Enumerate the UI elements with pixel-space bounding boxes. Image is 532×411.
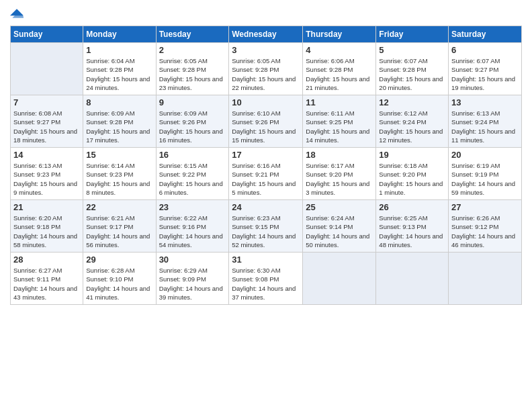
day-info: Sunrise: 6:04 AMSunset: 9:28 PMDaylight:… — [86, 56, 152, 92]
day-number: 19 — [379, 150, 445, 160]
day-info: Sunrise: 6:11 AMSunset: 9:25 PMDaylight:… — [306, 109, 373, 144]
day-number: 20 — [451, 150, 519, 160]
day-number: 2 — [159, 45, 226, 55]
day-number: 8 — [86, 97, 152, 107]
day-number: 6 — [451, 45, 519, 55]
day-info: Sunrise: 6:13 AMSunset: 9:24 PMDaylight:… — [451, 109, 519, 144]
day-number: 17 — [232, 150, 300, 160]
day-number: 1 — [86, 45, 152, 55]
day-number: 31 — [232, 255, 300, 265]
calendar-cell: 26Sunrise: 6:25 AMSunset: 9:13 PMDayligh… — [376, 200, 449, 253]
day-number: 27 — [451, 202, 519, 212]
calendar-cell: 31Sunrise: 6:30 AMSunset: 9:08 PMDayligh… — [229, 253, 303, 305]
day-number: 25 — [306, 202, 373, 212]
calendar-cell: 3Sunrise: 6:05 AMSunset: 9:28 PMDaylight… — [229, 43, 303, 95]
day-info: Sunrise: 6:21 AMSunset: 9:17 PMDaylight:… — [86, 214, 152, 249]
logo-icon — [10, 7, 24, 20]
logo — [10, 7, 25, 20]
calendar-cell: 5Sunrise: 6:07 AMSunset: 9:28 PMDaylight… — [376, 43, 449, 95]
day-info: Sunrise: 6:10 AMSunset: 9:26 PMDaylight:… — [232, 109, 300, 144]
weekday-header: Wednesday — [229, 26, 303, 43]
day-info: Sunrise: 6:09 AMSunset: 9:28 PMDaylight:… — [86, 109, 152, 144]
calendar-cell: 9Sunrise: 6:09 AMSunset: 9:26 PMDaylight… — [156, 95, 229, 148]
day-number: 13 — [451, 97, 519, 107]
day-info: Sunrise: 6:06 AMSunset: 9:28 PMDaylight:… — [306, 56, 373, 92]
day-number: 14 — [13, 150, 80, 160]
day-info: Sunrise: 6:07 AMSunset: 9:28 PMDaylight:… — [379, 56, 445, 92]
page-container: SundayMondayTuesdayWednesdayThursdayFrid… — [0, 0, 532, 312]
day-number: 29 — [86, 255, 152, 265]
calendar-cell: 1Sunrise: 6:04 AMSunset: 9:28 PMDaylight… — [83, 43, 156, 95]
day-number: 7 — [13, 97, 80, 107]
calendar-week-row: 21Sunrise: 6:20 AMSunset: 9:18 PMDayligh… — [11, 200, 522, 253]
calendar-cell: 12Sunrise: 6:12 AMSunset: 9:24 PMDayligh… — [376, 95, 449, 148]
calendar-cell: 22Sunrise: 6:21 AMSunset: 9:17 PMDayligh… — [83, 200, 156, 253]
day-info: Sunrise: 6:20 AMSunset: 9:18 PMDaylight:… — [13, 214, 80, 249]
day-number: 11 — [306, 97, 373, 107]
calendar-cell: 17Sunrise: 6:16 AMSunset: 9:21 PMDayligh… — [229, 148, 303, 200]
calendar-table: SundayMondayTuesdayWednesdayThursdayFrid… — [10, 26, 522, 305]
day-number: 16 — [159, 150, 226, 160]
calendar-week-row: 7Sunrise: 6:08 AMSunset: 9:27 PMDaylight… — [11, 95, 522, 148]
day-number: 4 — [306, 45, 373, 55]
day-number: 10 — [232, 97, 300, 107]
day-info: Sunrise: 6:12 AMSunset: 9:24 PMDaylight:… — [379, 109, 445, 144]
calendar-cell — [449, 253, 522, 305]
calendar-cell: 14Sunrise: 6:13 AMSunset: 9:23 PMDayligh… — [11, 148, 83, 200]
day-info: Sunrise: 6:18 AMSunset: 9:20 PMDaylight:… — [379, 161, 445, 197]
day-info: Sunrise: 6:26 AMSunset: 9:12 PMDaylight:… — [451, 214, 519, 249]
day-number: 9 — [159, 97, 226, 107]
calendar-cell: 4Sunrise: 6:06 AMSunset: 9:28 PMDaylight… — [303, 43, 376, 95]
calendar-cell: 20Sunrise: 6:19 AMSunset: 9:19 PMDayligh… — [449, 148, 522, 200]
day-info: Sunrise: 6:29 AMSunset: 9:09 PMDaylight:… — [159, 266, 226, 302]
day-number: 22 — [86, 202, 152, 212]
calendar-cell — [376, 253, 449, 305]
weekday-header: Monday — [83, 26, 156, 43]
weekday-header: Tuesday — [156, 26, 229, 43]
day-info: Sunrise: 6:25 AMSunset: 9:13 PMDaylight:… — [379, 214, 445, 249]
day-number: 30 — [159, 255, 226, 265]
calendar-cell: 29Sunrise: 6:28 AMSunset: 9:10 PMDayligh… — [83, 253, 156, 305]
calendar-cell: 30Sunrise: 6:29 AMSunset: 9:09 PMDayligh… — [156, 253, 229, 305]
day-info: Sunrise: 6:15 AMSunset: 9:22 PMDaylight:… — [159, 161, 226, 197]
day-info: Sunrise: 6:09 AMSunset: 9:26 PMDaylight:… — [159, 109, 226, 144]
calendar-cell: 28Sunrise: 6:27 AMSunset: 9:11 PMDayligh… — [11, 253, 83, 305]
day-info: Sunrise: 6:14 AMSunset: 9:23 PMDaylight:… — [86, 161, 152, 197]
day-info: Sunrise: 6:23 AMSunset: 9:15 PMDaylight:… — [232, 214, 300, 249]
day-number: 18 — [306, 150, 373, 160]
calendar-cell: 25Sunrise: 6:24 AMSunset: 9:14 PMDayligh… — [303, 200, 376, 253]
header — [10, 7, 522, 20]
weekday-header-row: SundayMondayTuesdayWednesdayThursdayFrid… — [11, 26, 522, 43]
calendar-cell: 15Sunrise: 6:14 AMSunset: 9:23 PMDayligh… — [83, 148, 156, 200]
weekday-header: Saturday — [449, 26, 522, 43]
calendar-cell: 24Sunrise: 6:23 AMSunset: 9:15 PMDayligh… — [229, 200, 303, 253]
calendar-cell: 2Sunrise: 6:05 AMSunset: 9:28 PMDaylight… — [156, 43, 229, 95]
calendar-cell: 11Sunrise: 6:11 AMSunset: 9:25 PMDayligh… — [303, 95, 376, 148]
calendar-cell: 27Sunrise: 6:26 AMSunset: 9:12 PMDayligh… — [449, 200, 522, 253]
calendar-week-row: 28Sunrise: 6:27 AMSunset: 9:11 PMDayligh… — [11, 253, 522, 305]
weekday-header: Sunday — [11, 26, 83, 43]
weekday-header: Thursday — [303, 26, 376, 43]
day-info: Sunrise: 6:28 AMSunset: 9:10 PMDaylight:… — [86, 266, 152, 302]
day-info: Sunrise: 6:22 AMSunset: 9:16 PMDaylight:… — [159, 214, 226, 249]
day-number: 24 — [232, 202, 300, 212]
day-number: 5 — [379, 45, 445, 55]
day-info: Sunrise: 6:19 AMSunset: 9:19 PMDaylight:… — [451, 161, 519, 197]
calendar-cell: 6Sunrise: 6:07 AMSunset: 9:27 PMDaylight… — [449, 43, 522, 95]
calendar-cell: 16Sunrise: 6:15 AMSunset: 9:22 PMDayligh… — [156, 148, 229, 200]
day-info: Sunrise: 6:07 AMSunset: 9:27 PMDaylight:… — [451, 56, 519, 92]
day-info: Sunrise: 6:05 AMSunset: 9:28 PMDaylight:… — [232, 56, 300, 92]
day-number: 3 — [232, 45, 300, 55]
day-info: Sunrise: 6:05 AMSunset: 9:28 PMDaylight:… — [159, 56, 226, 92]
day-info: Sunrise: 6:16 AMSunset: 9:21 PMDaylight:… — [232, 161, 300, 197]
calendar-cell: 21Sunrise: 6:20 AMSunset: 9:18 PMDayligh… — [11, 200, 83, 253]
calendar-cell: 23Sunrise: 6:22 AMSunset: 9:16 PMDayligh… — [156, 200, 229, 253]
day-info: Sunrise: 6:27 AMSunset: 9:11 PMDaylight:… — [13, 266, 80, 302]
day-number: 12 — [379, 97, 445, 107]
calendar-cell: 8Sunrise: 6:09 AMSunset: 9:28 PMDaylight… — [83, 95, 156, 148]
day-info: Sunrise: 6:13 AMSunset: 9:23 PMDaylight:… — [13, 161, 80, 197]
day-info: Sunrise: 6:30 AMSunset: 9:08 PMDaylight:… — [232, 266, 300, 302]
day-number: 15 — [86, 150, 152, 160]
day-number: 28 — [13, 255, 80, 265]
day-number: 21 — [13, 202, 80, 212]
